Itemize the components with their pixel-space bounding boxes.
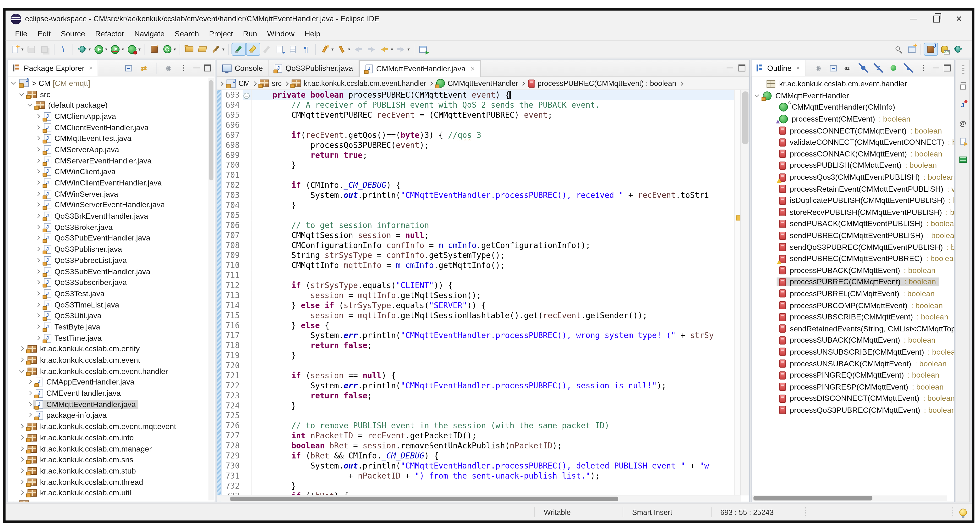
outline-item-processqos3-cmmqtteventpublish-[interactable]: processQos3(CMMqttEventPUBLISH) : boolea…	[752, 172, 955, 183]
forward-history-button[interactable]: ▾	[394, 43, 411, 55]
editor-tab-qos3publisher-java[interactable]: QoS3Publisher.java	[269, 60, 360, 76]
toggle-block-highlight-button[interactable]	[246, 43, 260, 56]
outline-item-sendpubrec-cmmqtteventpubrec-[interactable]: sendPUBREC(CMMqttEventPUBREC) : boolean	[752, 253, 955, 265]
outline-item-processsubscribe-cmmqttevent-[interactable]: processSUBSCRIBE(CMMqttEvent) : boolean	[752, 311, 955, 323]
code-line-707[interactable]: 707 CMMqttSession session = null;	[221, 230, 735, 241]
code-line-718[interactable]: 718 return false;	[221, 341, 735, 351]
code-line-706[interactable]: 706 // to get session information	[221, 220, 735, 230]
tree-item-QoS3Publisher.java[interactable]: QoS3Publisher.java	[8, 244, 215, 255]
code-line-700[interactable]: 700 }	[221, 160, 735, 170]
outline-item-storerecvpublish-cmmqtteventpublish-[interactable]: storeRecvPUBLISH(CMMqttEventPUBLISH) : b…	[752, 206, 955, 218]
breadcrumb-item[interactable]: kr.ac.konkuk.ccslab.cm.event.handler	[292, 79, 426, 88]
code-line-732[interactable]: 732 }	[221, 481, 735, 491]
code-line-699[interactable]: 699 return true;	[221, 150, 735, 160]
tree-item-CMEventHandler.java[interactable]: CMEventHandler.java	[8, 388, 215, 399]
java-perspective-button[interactable]	[924, 43, 938, 56]
tree-expander-icon[interactable]	[35, 268, 41, 275]
tree-expander-icon[interactable]	[19, 468, 25, 474]
breadcrumb-arrow-icon[interactable]	[219, 81, 224, 86]
menu-project[interactable]: Project	[205, 28, 237, 39]
code-line-731[interactable]: 731 + nPacketID + ") from the sent-unack…	[221, 471, 735, 481]
new-java-project-button[interactable]	[148, 43, 161, 55]
outline-item-sendpubrec-cmmqtteventpublish-[interactable]: sendPUBREC(CMMqttEventPUBLISH) : boolean	[752, 230, 955, 241]
code-line-722[interactable]: 722 System.err.println("CMMqttEventHandl…	[221, 381, 735, 391]
outline-item-processevent-cmevent-[interactable]: processEvent(CMEvent) : boolean	[752, 113, 955, 125]
tree-expander-icon[interactable]	[19, 346, 25, 352]
tree-item-CMWinServerEventHandler.java[interactable]: CMWinServerEventHandler.java	[8, 200, 215, 211]
declaration-view-icon[interactable]	[958, 136, 968, 147]
tree-item-QoS3Util.java[interactable]: QoS3Util.java	[8, 310, 215, 321]
tree-item-CMClientApp.java[interactable]: CMClientApp.java	[8, 111, 215, 122]
tree-item-package-info.java[interactable]: package-info.java	[8, 410, 215, 421]
annotations-view-icon[interactable]	[958, 118, 968, 128]
tree-item-QoS3TimeList.java[interactable]: QoS3TimeList.java	[8, 299, 215, 310]
tree-expander-icon[interactable]	[35, 125, 41, 131]
tree-expander-icon[interactable]	[35, 246, 41, 252]
tree-expander-icon[interactable]	[35, 313, 41, 319]
code-line-726[interactable]: 726 // to remove PUBLISH event in the se…	[221, 421, 735, 431]
editor-maximize-icon[interactable]	[738, 65, 745, 72]
tree-item-kr.ac.konkuk.ccslab.cm.event[interactable]: kr.ac.konkuk.ccslab.cm.event	[8, 354, 215, 366]
code-line-715[interactable]: 715 session = mqttInfo.getMqttSessionHas…	[221, 311, 735, 321]
tree-expander-icon[interactable]	[35, 302, 41, 308]
fold-collapse-icon[interactable]	[243, 90, 252, 100]
back-history-dropdown-icon[interactable]: ▾	[391, 47, 393, 52]
view-close-icon[interactable]: ×	[796, 65, 800, 72]
code-line-697[interactable]: 697 if(recEvent.getQos()==(byte)3) { //q…	[221, 130, 735, 140]
code-line-720[interactable]: 720	[221, 361, 735, 371]
view-menu-icon[interactable]	[178, 63, 189, 73]
save-button[interactable]	[25, 43, 38, 55]
last-edit-location-back-button[interactable]	[352, 43, 364, 55]
skip-all-breakpoints-button[interactable]	[57, 43, 70, 55]
breadcrumb-item[interactable]: CMMqttEventHandler	[436, 79, 518, 88]
tree-expander-icon[interactable]	[35, 147, 41, 153]
code-line-717[interactable]: 717 System.err.println("CMMqttEventHandl…	[221, 331, 735, 341]
occurrence-marker[interactable]	[736, 216, 741, 220]
breadcrumb-item[interactable]: CM	[227, 79, 250, 88]
debug-button[interactable]: ▾	[75, 43, 92, 55]
editor-vscrollbar[interactable]	[740, 90, 749, 496]
outline-item-processdisconnect-cmmqttevent-[interactable]: processDISCONNECT(CMMqttEvent) : boolean	[752, 393, 955, 404]
show-source-of-element-button[interactable]	[286, 43, 299, 55]
tree-item-QoS3Broker.java[interactable]: QoS3Broker.java	[8, 222, 215, 233]
tree-expander-icon[interactable]	[19, 457, 25, 463]
hide-fields-icon[interactable]	[858, 63, 869, 73]
outline-item-sendqos3pubrec-cmmqtteventpublish-[interactable]: sendQoS3PUBREC(CMMqttEventPUBLISH) : boo…	[752, 241, 955, 253]
close-button-icon[interactable]: ×	[956, 16, 962, 22]
run-button[interactable]: ▾	[92, 43, 108, 55]
tree-item-CMServerEventHandler.java[interactable]: CMServerEventHandler.java	[8, 155, 215, 166]
collapse-all-icon[interactable]	[123, 63, 134, 73]
menu-navigate[interactable]: Navigate	[130, 28, 169, 39]
tree-expander-icon[interactable]	[19, 368, 25, 374]
outline-item-processqos3pubrec-cmmqttevent-[interactable]: processQoS3PUBREC(CMMqttEvent) : boolean	[752, 404, 955, 416]
code-line-716[interactable]: 716 } else {	[221, 321, 735, 331]
tree-item-QoS3BrkEventHandler.java[interactable]: QoS3BrkEventHandler.java	[8, 211, 215, 222]
tree-expander-icon[interactable]	[35, 224, 41, 230]
open-new-window-button[interactable]	[417, 43, 430, 55]
code-line-698[interactable]: 698 processQoS3PUBREC(event);	[221, 140, 735, 150]
tree-item-CMMqttEventHandler.java[interactable]: CMMqttEventHandler.java	[8, 399, 215, 410]
tree-expander-icon[interactable]	[35, 291, 41, 297]
breadcrumb-item[interactable]: processPUBREC(CMMqttEvent) : boolean	[528, 79, 676, 88]
tree-item-kr.ac.konkuk.ccslab.cm.event.handler[interactable]: kr.ac.konkuk.ccslab.cm.event.handler	[8, 366, 215, 377]
javadoc-view-icon[interactable]	[958, 99, 968, 110]
outline-item-processpublish-cmmqttevent-[interactable]: processPUBLISH(CMMqttEvent) : boolean	[752, 160, 955, 172]
outline-item-processunsubscribe-cmmqttevent-[interactable]: processUNSUBSCRIBE(CMMqttEvent) : boolea…	[752, 346, 955, 358]
code-line-723[interactable]: 723 return false;	[221, 391, 735, 401]
coverage-dropdown-icon[interactable]: ▾	[122, 47, 124, 52]
code-line-724[interactable]: 724 }	[221, 401, 735, 411]
outline-hscrollbar[interactable]	[752, 495, 947, 501]
tree-expander-icon[interactable]	[19, 445, 25, 452]
tree-expander-icon[interactable]	[35, 235, 41, 241]
outline-item-isduplicatepublish-cmmqtteventpublish-[interactable]: isDuplicatePUBLISH(CMMqttEventPUBLISH) :…	[752, 195, 955, 206]
search-button[interactable]	[892, 43, 905, 55]
tree-item-kr.ac.konkuk.ccslab.cm.event.mqttevent[interactable]: kr.ac.konkuk.ccslab.cm.event.mqttevent	[8, 421, 215, 432]
code-line-708[interactable]: 708 CMConfigurationInfo confInfo = m_cmI…	[221, 241, 735, 251]
show-whitespace-button[interactable]	[299, 43, 313, 55]
code-line-694[interactable]: 694 // A receiver of PUBLISH event with …	[221, 100, 735, 110]
next-annotation-button[interactable]: ▾	[318, 43, 335, 55]
tree-item-QoS3SubEventHandler.java[interactable]: QoS3SubEventHandler.java	[8, 266, 215, 277]
focus-on-active-task-icon[interactable]	[163, 63, 174, 73]
code-line-730[interactable]: 730 System.out.println("CMMqttEventHandl…	[221, 461, 735, 471]
previous-annotation-dropdown-icon[interactable]: ▾	[348, 47, 350, 52]
